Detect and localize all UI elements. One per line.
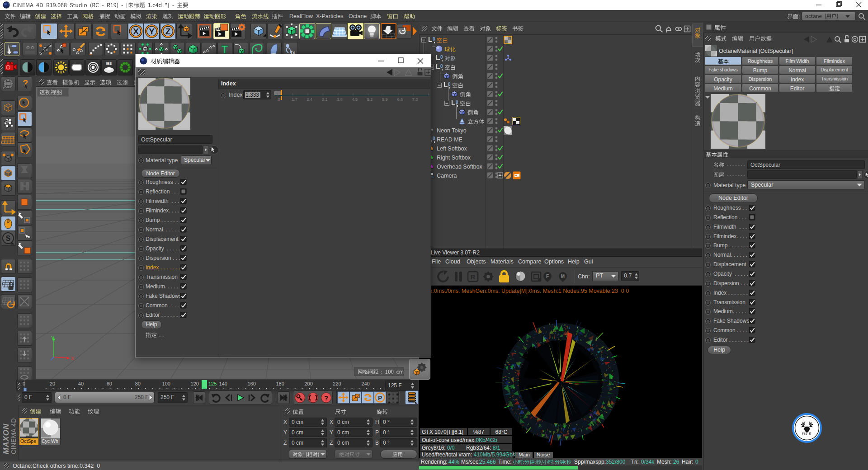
svg-text:0: 0 bbox=[440, 64, 443, 69]
svg-text:M: M bbox=[561, 274, 565, 279]
svg-text:0: 0 bbox=[433, 37, 435, 42]
svg-text:R: R bbox=[471, 273, 476, 281]
svg-text:0: 0 bbox=[440, 55, 443, 60]
svg-text:P: P bbox=[378, 395, 382, 401]
svg-text:F: F bbox=[546, 274, 549, 279]
svg-text:?: ? bbox=[324, 394, 328, 402]
svg-text:IES: IES bbox=[106, 61, 113, 66]
svg-text:0: 0 bbox=[433, 136, 435, 141]
svg-text:Y: Y bbox=[51, 335, 55, 341]
svg-text:X: X bbox=[71, 356, 75, 361]
svg-text:S: S bbox=[6, 235, 11, 242]
